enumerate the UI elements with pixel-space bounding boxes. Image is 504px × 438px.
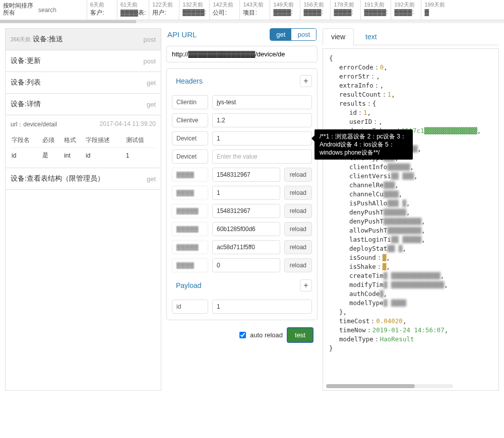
- test-button[interactable]: test: [287, 327, 313, 343]
- timeline-item[interactable]: 132天前▓▓▓▓▓:: [179, 0, 209, 20]
- api-url-label: API URL: [167, 30, 197, 39]
- auto-reload-checkbox[interactable]: [239, 332, 246, 338]
- timeline-item[interactable]: 191天前▓▓▓▓▓:: [360, 0, 391, 20]
- timeline-item[interactable]: 149天前▓▓▓▓:: [270, 0, 300, 20]
- reload-button[interactable]: reload: [284, 222, 312, 236]
- header-value[interactable]: [212, 186, 280, 200]
- api-list-panel: 266天前 设备:推送 post 设备:更新 post 设备:列表 get 设备…: [5, 28, 161, 391]
- request-panel: API URL get post Headers +: [166, 28, 318, 391]
- header-row: [172, 150, 312, 164]
- tab-text[interactable]: text: [357, 28, 386, 45]
- header-row: reload: [172, 204, 312, 218]
- header-value[interactable]: [212, 168, 280, 182]
- add-payload-button[interactable]: +: [300, 279, 312, 291]
- header-key[interactable]: [172, 113, 208, 127]
- header-key[interactable]: [172, 240, 208, 254]
- reload-button[interactable]: reload: [284, 186, 312, 200]
- timeline-item[interactable]: 199天前▓: [421, 0, 451, 20]
- timeline-item[interactable]: 156天前▓▓▓▓:: [300, 0, 330, 20]
- auto-reload-label: auto reload: [250, 331, 283, 339]
- timeline-bar: 按时间排序 所有 6天前客户: 61天前▓▓▓▓表: 122天前用户: 132天…: [0, 0, 504, 20]
- header-value[interactable]: [212, 150, 312, 164]
- header-value[interactable]: [212, 95, 312, 109]
- timeline-scrollbar[interactable]: [0, 20, 504, 23]
- method-get[interactable]: get: [270, 29, 291, 40]
- timeline-item[interactable]: 178天前▓▓▓▓:: [330, 0, 360, 20]
- header-row: reload: [172, 258, 312, 272]
- header-row: reload: [172, 186, 312, 200]
- tab-view[interactable]: view: [323, 28, 354, 45]
- header-row: /**1：浏览器设备 2：pc设备 3：Android设备 4：ios设备 5：…: [172, 131, 312, 145]
- response-scrollbar[interactable]: [326, 384, 453, 388]
- timeline-item[interactable]: 192天前▓▓▓▓:: [391, 0, 421, 20]
- timeline-item[interactable]: 6天前客户:: [87, 0, 117, 20]
- header-key[interactable]: [172, 168, 208, 182]
- payload-key[interactable]: [172, 300, 208, 314]
- header-row: reload: [172, 168, 312, 182]
- add-header-button[interactable]: +: [300, 75, 312, 87]
- reload-button[interactable]: reload: [284, 168, 312, 182]
- payload-row: [172, 300, 312, 314]
- api-item-update[interactable]: 设备:更新 post: [6, 50, 161, 72]
- header-key[interactable]: [172, 258, 208, 272]
- search-input[interactable]: [36, 0, 87, 20]
- sort-label: 按时间排序 所有: [0, 0, 36, 20]
- tooltip: /**1：浏览器设备 2：pc设备 3：Android设备 4：ios设备 5：…: [314, 129, 413, 160]
- response-body[interactable]: { errorCode：0, errorStr：, extraInfo：, re…: [323, 48, 499, 391]
- detail-url: url：device/detail: [11, 120, 57, 129]
- url-input[interactable]: [166, 46, 318, 62]
- header-key[interactable]: [172, 150, 208, 164]
- header-key[interactable]: [172, 95, 208, 109]
- header-key[interactable]: [172, 131, 208, 145]
- header-row: [172, 113, 312, 127]
- api-item-detail[interactable]: 设备:详情 get: [6, 94, 161, 115]
- payload-label: Payload: [172, 281, 202, 289]
- header-row: reload: [172, 222, 312, 236]
- headers-section: Headers + /**1：浏览器设备 2：pc设备 3：Android设备 …: [166, 68, 318, 320]
- method-toggle[interactable]: get post: [270, 28, 317, 41]
- api-item-list[interactable]: 设备:列表 get: [6, 72, 161, 94]
- reload-button[interactable]: reload: [284, 258, 312, 272]
- header-key[interactable]: [172, 204, 208, 218]
- table-row: id 是 int id 1: [11, 148, 156, 163]
- api-detail-block: url：device/detail 2017-04-14 11:39:20 字段…: [6, 115, 161, 168]
- header-value[interactable]: [212, 113, 312, 127]
- reload-button[interactable]: reload: [284, 240, 312, 254]
- method-post[interactable]: post: [291, 29, 316, 40]
- reload-button[interactable]: reload: [284, 204, 312, 218]
- header-value[interactable]: [212, 222, 280, 236]
- response-panel: view text { errorCode：0, errorStr：, extr…: [323, 28, 499, 391]
- header-row: reload: [172, 240, 312, 254]
- headers-label: Headers: [172, 77, 203, 85]
- header-value[interactable]: [212, 204, 280, 218]
- header-key[interactable]: [172, 222, 208, 236]
- timeline-item[interactable]: 122天前用户:: [149, 0, 179, 20]
- header-value[interactable]: [212, 131, 312, 145]
- header-value[interactable]: [212, 258, 280, 272]
- param-table: 字段名 必须 格式 字段描述 测试值 id 是 int id 1: [11, 133, 156, 163]
- payload-value[interactable]: [212, 300, 312, 314]
- api-item-schema[interactable]: 设备:查看表结构（限管理员） get: [6, 168, 161, 190]
- api-item-push[interactable]: 266天前 设备:推送 post: [6, 29, 161, 50]
- timeline-item[interactable]: 143天前项目:: [239, 0, 270, 20]
- header-key[interactable]: [172, 186, 208, 200]
- header-row: [172, 95, 312, 109]
- timeline-item[interactable]: 61天前▓▓▓▓表:: [117, 0, 149, 20]
- detail-timestamp: 2017-04-14 11:39:20: [100, 120, 156, 129]
- header-value[interactable]: [212, 240, 280, 254]
- timeline-item[interactable]: 142天前公司:: [209, 0, 239, 20]
